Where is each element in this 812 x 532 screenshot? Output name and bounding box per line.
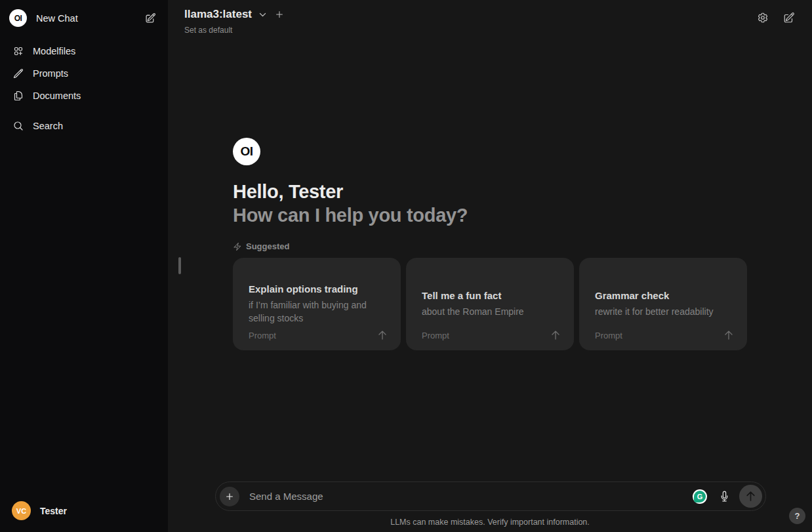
sidebar-spacer (5, 137, 163, 496)
card-title: Grammar check (595, 290, 731, 301)
suggested-row: Suggested (233, 241, 747, 251)
new-chat-button[interactable]: OI New Chat (9, 9, 142, 27)
app-logo: OI (9, 9, 27, 27)
main-area: llama3:latest Set as default OI Hello, T… (168, 0, 812, 532)
app-logo: OI (233, 138, 260, 165)
card-tag: Prompt (422, 331, 449, 340)
card-tag: Prompt (249, 331, 276, 340)
user-name: Tester (40, 506, 67, 516)
add-model-button[interactable] (274, 9, 285, 20)
chevron-down-icon[interactable] (257, 9, 268, 20)
card-subtitle: if I’m familiar with buying and selling … (249, 298, 385, 325)
disclaimer-text: LLMs can make mistakes. Verify important… (168, 518, 812, 527)
model-bar: llama3:latest Set as default (184, 8, 285, 35)
microphone-icon[interactable] (716, 488, 733, 504)
top-actions (754, 9, 798, 26)
sidebar: OI New Chat Modelfiles Prompts (0, 0, 168, 532)
user-menu[interactable]: VC Tester (5, 496, 163, 525)
search-icon (13, 121, 24, 131)
card-footer: Prompt (595, 330, 734, 340)
message-composer: G (215, 481, 766, 511)
card-footer: Prompt (249, 330, 388, 340)
plus-icon[interactable] (220, 487, 239, 506)
arrow-up-icon (723, 330, 734, 340)
suggestion-cards: Explain options trading if I’m familiar … (233, 258, 747, 350)
card-tag: Prompt (595, 331, 622, 340)
document-duplicate-icon (13, 91, 24, 101)
suggested-label: Suggested (246, 241, 289, 251)
suggestion-card[interactable]: Tell me a fun fact about the Roman Empir… (406, 258, 574, 350)
search-label: Search (33, 121, 63, 131)
suggestion-card[interactable]: Grammar check rewrite it for better read… (579, 258, 747, 350)
bolt-icon (233, 242, 242, 251)
app-logo-text: OI (14, 14, 22, 23)
sidebar-item-documents[interactable]: Documents (5, 85, 163, 107)
model-selector[interactable]: llama3:latest (184, 8, 252, 21)
new-chat-icon[interactable] (781, 9, 798, 26)
gear-icon[interactable] (754, 9, 771, 26)
new-chat-icon[interactable] (142, 10, 159, 26)
arrow-up-icon (377, 330, 388, 340)
send-button[interactable] (739, 485, 762, 508)
grammarly-icon[interactable]: G (693, 489, 707, 504)
sidebar-item-label: Documents (33, 91, 81, 101)
hero-section: OI Hello, Tester How can I help you toda… (233, 138, 747, 350)
pencil-icon (13, 68, 24, 79)
card-subtitle: rewrite it for better readability (595, 305, 731, 318)
suggestion-card[interactable]: Explain options trading if I’m familiar … (233, 258, 401, 350)
avatar: VC (12, 501, 31, 520)
card-subtitle: about the Roman Empire (422, 305, 558, 318)
greeting-heading: Hello, Tester (233, 180, 747, 203)
grammarly-letter: G (697, 493, 703, 501)
sidebar-item-label: Prompts (33, 68, 68, 79)
sidebar-nav: Modelfiles Prompts Documents Search (5, 40, 163, 137)
set-as-default-link[interactable]: Set as default (184, 26, 232, 35)
new-chat-label: New Chat (36, 13, 78, 24)
card-title: Explain options trading (249, 283, 385, 295)
card-title: Tell me a fun fact (422, 290, 558, 301)
open-webui-app: OI New Chat Modelfiles Prompts (0, 0, 812, 532)
sidebar-item-prompts[interactable]: Prompts (5, 62, 163, 85)
sidebar-item-label: Modelfiles (33, 46, 75, 56)
squares-plus-icon (13, 46, 24, 56)
sidebar-header: OI New Chat (5, 5, 163, 31)
arrow-up-icon (550, 330, 561, 340)
sidebar-item-modelfiles[interactable]: Modelfiles (5, 40, 163, 62)
greeting-subheading: How can I help you today? (233, 203, 747, 227)
sidebar-toggle-handle[interactable] (178, 257, 181, 274)
app-logo-text: OI (240, 144, 253, 159)
sidebar-search[interactable]: Search (5, 115, 163, 137)
help-button[interactable]: ? (789, 508, 805, 524)
card-footer: Prompt (422, 330, 561, 340)
message-input[interactable] (239, 491, 693, 502)
avatar-initials: VC (16, 507, 26, 515)
